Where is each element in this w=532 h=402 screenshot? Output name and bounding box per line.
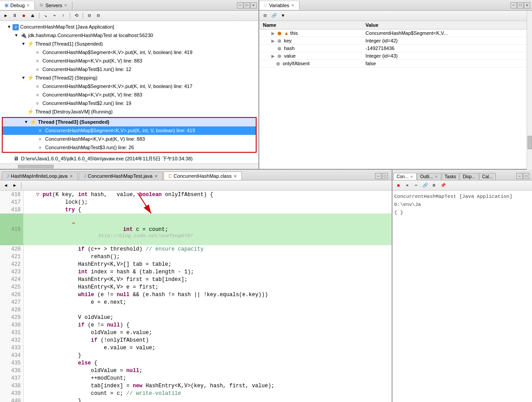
var-row-key[interactable]: ▶ key Integer (id=42) — [259, 37, 532, 45]
tab-console[interactable]: Con... ✕ — [393, 173, 417, 180]
resume-btn[interactable]: ▶ — [2, 12, 10, 20]
vars-link-btn[interactable]: 🔗 — [270, 12, 278, 20]
vars-close-btn[interactable]: ✕ — [524, 2, 530, 8]
code-line-426[interactable]: 426 while (e != null && (e.hash != hash … — [0, 291, 392, 298]
terminate-btn[interactable]: ■ — [20, 12, 28, 20]
code-line-434[interactable]: 434 } — [0, 352, 392, 359]
code-line-437[interactable]: 437 ++modCount; — [0, 374, 392, 382]
tree-item-t2f2[interactable]: ≡ ConcurrentHashMap<K,V>.put(K, V) line:… — [0, 91, 258, 99]
tree-item-t1f2[interactable]: ≡ ConcurrentHashMap<K,V>.put(K, V) line:… — [0, 57, 258, 65]
code-line-422[interactable]: 422 HashEntry<K,V>[] tab = table; — [0, 260, 392, 268]
code-line-417[interactable]: 417 lock(); — [0, 198, 392, 206]
vars-maximize-btn[interactable]: □ — [517, 2, 524, 8]
tree-item-t1f3[interactable]: ≡ ConcurrentHashMapTest$1.run() line: 12 — [0, 65, 258, 74]
code-line-428[interactable]: 428 — [0, 306, 392, 314]
var-row-hash[interactable]: ▶ hash -1492718436 — [259, 45, 532, 52]
var-row-onlyifabsent[interactable]: onlyIfAbsent false — [259, 60, 532, 67]
tree-item-thread2[interactable]: ▼ ⚡ Thread [Thread2] (Stepping) — [0, 74, 258, 82]
step-return-btn[interactable]: ↑ — [59, 12, 68, 20]
code-line-421[interactable]: 421 rehash(); — [0, 253, 392, 260]
code-line-420[interactable]: 420 if (c++ > threshold) // ensure capac… — [0, 245, 392, 253]
step-into-btn[interactable]: ↘ — [42, 12, 50, 20]
rp-cut-btn[interactable]: ✂ — [412, 181, 420, 189]
rp-link-btn[interactable]: 🔗 — [421, 181, 429, 189]
tree-item-thread1[interactable]: ▼ ⚡ Thread [Thread1] (Suspended) — [0, 40, 258, 48]
code-area[interactable]: 416 ▽ put(K key, int hash, value, boolea… — [0, 191, 392, 402]
code-line-435[interactable]: 435 else { — [0, 359, 392, 367]
var-row-value[interactable]: ▶ value Integer (id=43) — [259, 52, 532, 60]
vars-minimize-btn[interactable]: ─ — [511, 2, 517, 8]
tab-concurrenttest[interactable]: J ConcurrentHashMapTest.java ✕ — [79, 172, 163, 180]
rp-pin-btn[interactable]: 📌 — [439, 181, 447, 189]
tree-item-app[interactable]: ▼ J ConcurrentHashMapTest [Java Applicat… — [0, 23, 258, 31]
code-line-432[interactable]: 432 if (!onlyIfAbsent) — [0, 336, 392, 344]
code-line-436[interactable]: 436 oldValue = null; — [0, 367, 392, 374]
code-line-419[interactable]: 419 ⇒ int c = count; http://blog.csdn.ne… — [0, 214, 392, 245]
drop-frame-btn[interactable]: ⟲ — [72, 12, 80, 20]
editor-minimize-btn[interactable]: ─ — [375, 173, 381, 179]
expand-arrow-t1[interactable]: ▼ — [21, 40, 27, 48]
rp-settings-btn[interactable]: ⚙ — [430, 181, 438, 189]
tree-item-t3f3[interactable]: ≡ ConcurrentHashMapTest$3.run() line: 26 — [3, 143, 256, 152]
code-line-431[interactable]: 431 oldValue = e.value; — [0, 329, 392, 336]
code-line-423[interactable]: 423 int index = hash & (tab.length - 1); — [0, 268, 392, 276]
tree-item-t1f1[interactable]: ≡ ConcurrentHashMap$Segment<K,V>.put(K, … — [0, 48, 258, 57]
close-btn[interactable]: ✕ — [250, 2, 257, 8]
maximize-btn[interactable]: □ — [244, 2, 250, 8]
tab-concurrenthashmap[interactable]: C ConcurrentHashMap.class ✕ — [164, 172, 242, 180]
ed-prev-btn[interactable]: ◀ — [2, 181, 10, 189]
tree-item-thread3[interactable]: ▼ ⚡ Thread [Thread3] (Suspended) — [3, 118, 256, 126]
expand-arrow-process[interactable]: ▼ — [14, 32, 20, 39]
tab-variables[interactable]: ⬡ Variables ✕ — [259, 1, 300, 10]
tab-display[interactable]: Disp... — [460, 173, 478, 180]
expand-arrow-t2[interactable]: ▼ — [21, 74, 27, 82]
tab-servers[interactable]: ⚙ Servers ✕ — [35, 1, 72, 9]
debug-hscrollbar[interactable] — [0, 163, 258, 169]
tab-calc[interactable]: Cal... — [479, 173, 496, 180]
var-row-this[interactable]: ▶ ▲ this ConcurrentHashMap$Segment<K,V..… — [259, 29, 532, 37]
tab-close-1[interactable]: ✕ — [154, 174, 158, 179]
tree-item-t2f1[interactable]: ≡ ConcurrentHashMap$Segment<K,V>.put(K, … — [0, 82, 258, 91]
tree-item-process[interactable]: ▼ 🔌 jdk.hashmap.ConcurrentHashMapTest at… — [0, 31, 258, 40]
tree-item-t3f1[interactable]: ≡ ConcurrentHashMap$Segment<K,V>.put(K, … — [3, 126, 256, 135]
code-line-440[interactable]: 440 } — [0, 397, 392, 402]
vars-collapse-btn[interactable]: ⊟ — [261, 12, 269, 20]
ed-next-btn[interactable]: ▶ — [11, 181, 19, 189]
tree-item-t2f3[interactable]: ≡ ConcurrentHashMapTest$2.run() line: 19 — [0, 99, 258, 108]
tab-hashmapinfloop[interactable]: J HashMapInfiniteLoop.java ✕ — [2, 172, 78, 180]
tab-debug[interactable]: ▣ Debug ✕ — [0, 1, 35, 10]
suspend-btn[interactable]: ⏸ — [11, 12, 19, 20]
editor-maximize-btn[interactable]: □ — [382, 173, 388, 179]
code-line-430[interactable]: 430 if (e != null) { — [0, 321, 392, 329]
code-line-439[interactable]: 439 count = c; // write-volatile — [0, 389, 392, 397]
expand-arrow-t3[interactable]: ▼ — [24, 118, 30, 126]
expand-arrow-app[interactable]: ▼ — [7, 23, 13, 31]
code-line-416[interactable]: 416 ▽ put(K key, int hash, value, boolea… — [0, 191, 392, 198]
tab-outline[interactable]: Outli... ✕ — [417, 173, 441, 180]
tab-tasks[interactable]: Tasks — [442, 173, 460, 180]
code-line-424[interactable]: 424 HashEntry<K,V> first = tab[index]; — [0, 276, 392, 283]
tree-item-thread-destroy[interactable]: ⚡ Thread [DestroyJavaVM] (Running) — [0, 108, 258, 116]
code-line-427[interactable]: 427 e = e.next; — [0, 298, 392, 306]
disconnect-btn[interactable]: ⏏ — [29, 12, 37, 20]
minimize-btn[interactable]: ─ — [237, 2, 243, 8]
rp-minimize-btn[interactable]: ─ — [516, 173, 523, 179]
variables-table-container[interactable]: Name Value ▶ ▲ this ConcurrentHashMap$ — [259, 21, 532, 169]
view-menu-btn[interactable]: ⊟ — [85, 12, 93, 20]
rp-stop-btn[interactable]: ■ — [394, 181, 402, 189]
collapse-all-btn[interactable]: ⊟ — [94, 12, 102, 20]
debug-tree-container[interactable]: ▼ J ConcurrentHashMapTest [Java Applicat… — [0, 21, 258, 163]
tree-item-t3f2[interactable]: ≡ ConcurrentHashMap<K,V>.put(K, V) line:… — [3, 135, 256, 143]
code-line-429[interactable]: 429 V oldValue; — [0, 314, 392, 321]
tab-close-2[interactable]: ✕ — [233, 174, 237, 179]
code-line-425[interactable]: 425 HashEntry<K,V> e = first; — [0, 283, 392, 291]
step-over-btn[interactable]: ↷ — [51, 12, 59, 20]
tab-close-0[interactable]: ✕ — [69, 174, 73, 179]
vars-vscrollbar[interactable] — [527, 11, 532, 170]
rp-maximize-btn[interactable]: □ — [523, 173, 529, 179]
code-line-433[interactable]: 433 e.value = value; — [0, 344, 392, 352]
code-line-418[interactable]: 418 try { — [0, 206, 392, 214]
rp-remove-btn[interactable]: ✕ — [403, 181, 411, 189]
code-line-438[interactable]: 438 tab[index] = new HashEntry<K,V>(key,… — [0, 382, 392, 389]
vars-menu-btn[interactable]: ▼ — [279, 12, 287, 20]
